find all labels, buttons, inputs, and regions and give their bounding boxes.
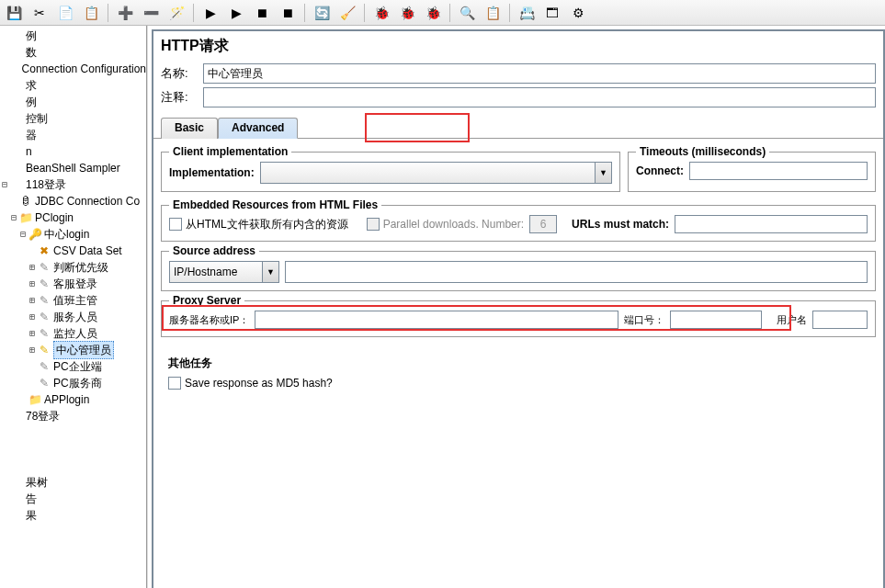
urls-match-input[interactable] [675,215,868,233]
tree-icon [9,458,24,473]
tree-toggle[interactable]: ⊞ [28,325,37,342]
cut-icon[interactable]: ✂ [28,2,51,24]
tree-item[interactable]: ⊟118登录 [0,176,146,193]
tab-advanced[interactable]: Advanced [218,118,298,139]
tree-item[interactable]: ⊞客服登录 [0,276,146,292]
tree-toggle[interactable]: ⊞ [28,292,37,309]
clipboard-icon[interactable]: 📋 [481,2,505,24]
implementation-combo[interactable]: ▼ [260,162,612,184]
tree-toggle[interactable]: ⊟ [9,209,18,226]
proxy-port-input[interactable] [670,311,762,329]
tree-label: 值班主管 [53,292,97,309]
tree-icon [9,508,24,523]
bug2-icon[interactable]: 🐞 [395,2,419,24]
play-icon[interactable]: ▶ [199,2,222,24]
tree-label: 果树 [26,474,48,491]
tree-item[interactable]: 例 [0,94,146,110]
parallel-num-input[interactable] [529,215,557,233]
icon-pencil [37,260,51,275]
tree-label: 78登录 [26,408,60,424]
icon-pencil-y [37,343,51,357]
stop-icon[interactable]: ⏹ [250,2,274,24]
tree-item[interactable]: 求 [0,77,146,94]
gear-icon[interactable]: ⚙ [566,2,590,24]
tree-item[interactable]: ⊞服务人员 [0,309,146,325]
tree-item[interactable]: ⊞判断优先级 [0,259,146,276]
tree-toggle[interactable]: ⊞ [28,342,37,358]
tab-basic[interactable]: Basic [161,118,218,139]
tree-icon [9,177,24,192]
proxy-user-input[interactable] [812,311,868,329]
tree-toggle[interactable]: ⊟ [0,176,9,193]
other-title: 其他任务 [168,356,868,371]
plus-icon[interactable]: ➕ [113,2,137,24]
bug3-icon[interactable]: 🐞 [421,2,445,24]
clear-icon[interactable]: 🧹 [335,2,359,24]
proxy-title: Proxy Server [169,294,244,307]
tree-item[interactable]: 果 [0,507,146,524]
tree-icon [9,144,24,159]
tree-item[interactable] [0,441,146,458]
tree-toggle[interactable]: ⊞ [28,276,37,292]
chevron-down-icon: ▼ [262,262,278,282]
tree-item[interactable]: 例 [0,28,146,44]
tree-item[interactable]: APPlogin [0,391,146,408]
tree-toggle[interactable]: ⊞ [28,309,37,325]
tree-item[interactable]: ⊞监控人员 [0,325,146,342]
tree-item[interactable]: 告 [0,491,146,507]
tree-label: n [26,143,32,160]
tree-item[interactable]: JDBC Connection Co [0,193,146,209]
save-icon[interactable]: 💾 [2,2,26,24]
tree-item[interactable]: 果树 [0,474,146,491]
tree-item[interactable]: ⊞值班主管 [0,292,146,309]
tree-label: 中心login [44,226,89,243]
md5-checkbox[interactable]: Save response as MD5 hash? [168,377,868,390]
tree-label: 判断优先级 [53,259,108,276]
tree-item[interactable] [0,424,146,441]
connect-input[interactable] [689,162,868,180]
tree-item[interactable]: PC企业端 [0,358,146,375]
tree-item[interactable]: n [0,143,146,160]
comment-input[interactable] [203,87,876,107]
tree-item[interactable]: CSV Data Set [0,243,146,259]
tree-toggle[interactable]: ⊞ [28,259,37,276]
tree-item[interactable]: 控制 [0,110,146,127]
tree-item[interactable] [0,458,146,474]
parallel-downloads-checkbox[interactable]: Parallel downloads. Number: [367,218,524,231]
play-edit-icon[interactable]: ▶ [224,2,248,24]
tree-item[interactable]: 器 [0,127,146,143]
urls-match-label: URLs must match: [572,218,669,231]
stop-all-icon[interactable]: ⏹ [276,2,300,24]
copy-icon[interactable]: 📄 [53,2,77,24]
bug1-icon[interactable]: 🐞 [369,2,393,24]
tree-item[interactable]: Connection Configuration [0,61,146,77]
icon-pencil [37,326,51,341]
list-icon[interactable]: 📇 [515,2,539,24]
source-type-combo[interactable]: IP/Hostname ▼ [169,261,279,283]
tree-item[interactable]: ⊟PClogin [0,209,146,226]
proxy-ip-input[interactable] [255,311,618,329]
retrieve-resources-checkbox[interactable]: 从HTML文件获取所有内含的资源 [169,217,348,232]
tree-item[interactable]: 数 [0,44,146,61]
tree-item[interactable]: ⊞中心管理员 [0,342,146,358]
tree-item[interactable]: PC服务商 [0,375,146,391]
tree-label: 中心管理员 [53,341,114,359]
tree-toggle[interactable]: ⊟ [18,226,28,243]
tree-label: PClogin [35,209,74,226]
window-icon[interactable]: 🗔 [540,2,564,24]
tree-item[interactable]: ⊟中心login [0,226,146,243]
name-input[interactable] [203,63,876,84]
tree-icon [9,45,24,60]
source-address-input[interactable] [285,261,868,283]
tree-label: 118登录 [26,176,66,193]
tree-item[interactable]: BeanShell Sampler [0,160,146,176]
tree-item[interactable]: 78登录 [0,408,146,424]
wand-icon[interactable]: 🪄 [165,2,188,24]
binoculars-icon[interactable]: 🔍 [455,2,479,24]
minus-icon[interactable]: ➖ [139,2,163,24]
tree-icon [9,111,24,126]
tree-label: 告 [26,491,37,507]
paste-icon[interactable]: 📋 [79,2,103,24]
cycle-icon[interactable]: 🔄 [310,2,334,24]
icon-pencil [37,359,51,374]
